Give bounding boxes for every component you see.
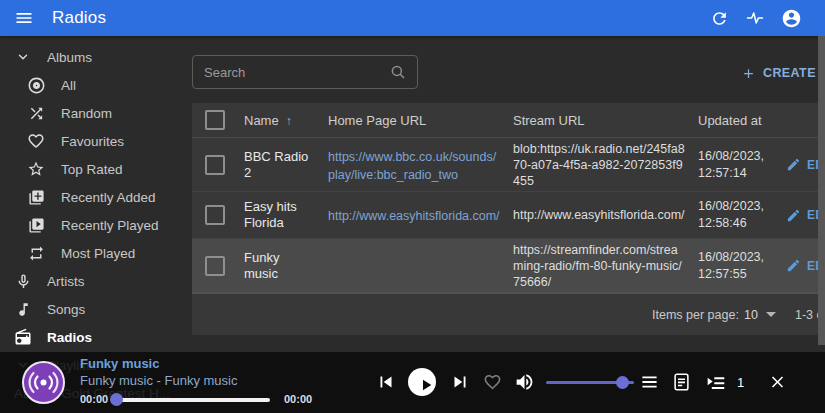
search-box — [192, 55, 418, 89]
refresh-icon[interactable] — [707, 6, 731, 30]
sidebar-item-recently-played[interactable]: Recently Played — [0, 211, 190, 239]
playlist-toggle-icon[interactable] — [640, 373, 659, 392]
sidebar-item-label: Radios — [47, 330, 92, 345]
sidebar-item-songs[interactable]: Songs — [0, 295, 190, 323]
account-icon[interactable] — [779, 6, 803, 30]
volume-slider-knob[interactable] — [616, 376, 629, 389]
radio-icon — [13, 327, 33, 347]
chevron-down-icon — [13, 47, 33, 67]
radio-name: BBC Radio 2 — [238, 149, 322, 181]
next-track-icon[interactable] — [449, 371, 471, 393]
progress-slider[interactable] — [117, 398, 270, 402]
now-playing-title[interactable]: Funky music — [80, 356, 159, 371]
heart-icon — [26, 131, 46, 151]
sidebar-item-recently-added[interactable]: Recently Added — [0, 183, 190, 211]
search-icon[interactable] — [389, 63, 407, 81]
home-page-link[interactable]: https://www.bbc.co.uk/sounds/play/live:b… — [328, 150, 496, 182]
table-footer: Items per page: 10 1-3 of 3 — [192, 293, 825, 335]
volume-icon[interactable] — [514, 372, 535, 393]
column-header-stream-url[interactable]: Stream URL — [507, 113, 692, 128]
updated-at: 16/08/2023, 12:57:55 — [692, 249, 780, 283]
queue-count: 1 — [737, 375, 744, 390]
music-note-icon — [13, 299, 33, 319]
play-queue-icon[interactable] — [706, 372, 727, 393]
search-input[interactable] — [193, 65, 389, 80]
page-title: Radios — [52, 8, 106, 28]
album-art-radio-icon[interactable] — [22, 361, 65, 404]
scrollbar-thumb[interactable] — [818, 36, 825, 345]
create-button-label: CREATE — [763, 66, 816, 80]
table-row-selected[interactable]: Funky music https://streamfinder.com/str… — [192, 239, 825, 293]
column-header-updated-at[interactable]: Updated at — [692, 113, 780, 128]
pencil-icon — [786, 258, 801, 273]
favourite-heart-icon[interactable] — [483, 373, 502, 392]
repeat-icon — [26, 243, 46, 263]
star-icon — [26, 159, 46, 179]
previous-track-icon[interactable] — [375, 371, 397, 393]
sidebar-item-label: Albums — [47, 50, 92, 65]
pencil-icon — [786, 157, 801, 172]
updated-at: 16/08/2023, 12:58:46 — [692, 198, 780, 232]
sidebar-item-label: Artists — [47, 274, 85, 289]
sort-asc-icon: ↑ — [286, 114, 292, 128]
row-checkbox[interactable] — [205, 256, 225, 276]
dropdown-caret-icon — [766, 312, 776, 317]
sidebar-item-radios[interactable]: Radios — [0, 323, 190, 351]
sidebar-item-albums[interactable]: Albums — [0, 43, 190, 71]
progress-slider-knob[interactable] — [110, 393, 123, 406]
radio-name: Easy hits Florida — [238, 199, 322, 231]
sidebar-item-label: Songs — [47, 302, 85, 317]
stream-url: https://streamfinder.com/streaming-radio… — [507, 242, 692, 290]
close-player-icon[interactable] — [768, 373, 787, 392]
app-window: Radios Albums All Random Favourites — [0, 0, 825, 413]
sidebar-item-favourites[interactable]: Favourites — [0, 127, 190, 155]
elapsed-time: 00:00 — [80, 393, 108, 405]
sidebar-item-label: Favourites — [61, 134, 124, 149]
lyrics-icon[interactable] — [673, 373, 690, 392]
sidebar-item-label: Recently Added — [61, 190, 156, 205]
sidebar-item-artists[interactable]: Artists — [0, 267, 190, 295]
sidebar-item-random[interactable]: Random — [0, 99, 190, 127]
duration-time: 00:00 — [284, 393, 312, 405]
radios-table: Name↑ Home Page URL Stream URL Updated a… — [192, 103, 825, 335]
items-per-page-select[interactable]: 10 — [744, 294, 776, 335]
pencil-icon — [786, 208, 801, 223]
row-checkbox[interactable] — [205, 205, 225, 225]
sidebar-item-all[interactable]: All — [0, 71, 190, 99]
select-all-checkbox[interactable] — [205, 110, 225, 130]
sidebar-item-label: Top Rated — [61, 162, 123, 177]
stream-url: http://www.easyhitsflorida.com/ — [507, 207, 692, 223]
radio-name: Funky music — [238, 250, 322, 282]
player-bar: Funky music Funky music - Funky music 00… — [0, 352, 825, 413]
plus-icon — [741, 66, 756, 81]
updated-at: 16/08/2023, 12:57:14 — [692, 148, 780, 182]
library-play-icon — [26, 215, 46, 235]
sidebar-item-label: Recently Played — [61, 218, 159, 233]
sidebar-item-label: Random — [61, 106, 112, 121]
table-row[interactable]: Easy hits Florida http://www.easyhitsflo… — [192, 192, 825, 239]
sidebar-item-most-played[interactable]: Most Played — [0, 239, 190, 267]
table-header-row: Name↑ Home Page URL Stream URL Updated a… — [192, 103, 825, 138]
table-row[interactable]: BBC Radio 2 https://www.bbc.co.uk/sounds… — [192, 138, 825, 192]
sidebar-item-label: Most Played — [61, 246, 135, 261]
play-button[interactable] — [408, 368, 436, 396]
mic-icon — [13, 271, 33, 291]
album-icon — [26, 75, 46, 95]
home-page-link[interactable]: http://www.easyhitsflorida.com/ — [328, 209, 500, 223]
app-bar: Radios — [0, 0, 825, 36]
items-per-page-label: Items per page: — [652, 294, 739, 335]
row-checkbox[interactable] — [205, 155, 225, 175]
activity-icon[interactable] — [743, 6, 767, 30]
create-button[interactable]: CREATE — [741, 62, 816, 84]
library-add-icon — [26, 187, 46, 207]
sidebar-item-label: All — [61, 78, 76, 93]
sidebar-item-top-rated[interactable]: Top Rated — [0, 155, 190, 183]
shuffle-icon — [26, 103, 46, 123]
column-header-home-page-url[interactable]: Home Page URL — [322, 113, 507, 128]
vertical-scrollbar — [818, 36, 825, 345]
menu-icon[interactable] — [14, 8, 34, 28]
column-header-name[interactable]: Name↑ — [238, 113, 322, 128]
now-playing-subtitle: Funky music - Funky music — [80, 373, 237, 388]
stream-url: blob:https://uk.radio.net/245fa870-a07a-… — [507, 141, 692, 189]
